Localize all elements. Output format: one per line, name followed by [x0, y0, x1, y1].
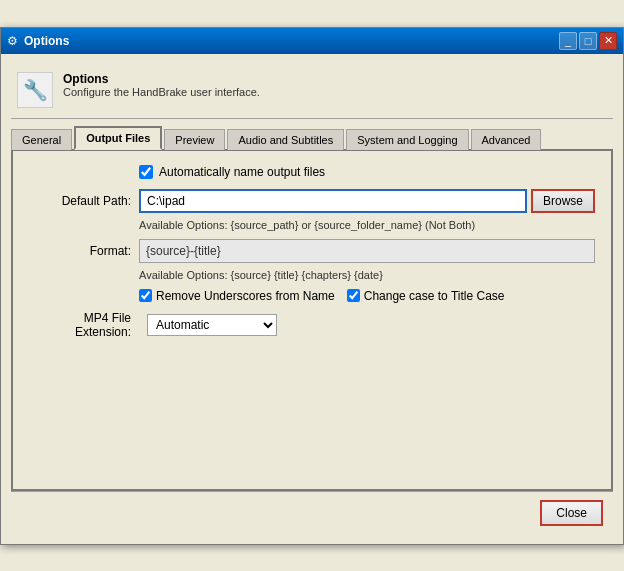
header-icon: 🔧 — [17, 72, 53, 108]
path-hint: Available Options: {source_path} or {sou… — [139, 219, 595, 231]
tab-preview[interactable]: Preview — [164, 129, 225, 150]
title-bar: ⚙ Options _ □ ✕ — [1, 28, 623, 54]
options-icon: 🔧 — [23, 78, 48, 102]
format-input[interactable] — [139, 239, 595, 263]
auto-name-label: Automatically name output files — [159, 165, 325, 179]
options-window: ⚙ Options _ □ ✕ 🔧 Options Configure the … — [0, 27, 624, 545]
tabs-row: General Output Files Preview Audio and S… — [11, 125, 613, 151]
default-path-label: Default Path: — [29, 194, 139, 208]
format-row: Format: — [29, 239, 595, 263]
title-bar-left: ⚙ Options — [7, 34, 69, 48]
tab-audio-subtitles[interactable]: Audio and Subtitles — [227, 129, 344, 150]
header-subtitle: Configure the HandBrake user interface. — [63, 86, 260, 98]
minimize-button[interactable]: _ — [559, 32, 577, 50]
window-body: 🔧 Options Configure the HandBrake user i… — [1, 54, 623, 544]
format-label: Format: — [29, 244, 139, 258]
title-case-checkbox[interactable] — [347, 289, 360, 302]
mp4-ext-row: MP4 File Extension: Automatic .mp4 .m4v — [29, 311, 595, 339]
format-hint: Available Options: {source} {title} {cha… — [139, 269, 595, 281]
default-path-row: Default Path: Browse — [29, 189, 595, 213]
remove-underscores-item: Remove Underscores from Name — [139, 289, 335, 303]
browse-button[interactable]: Browse — [531, 189, 595, 213]
tab-system-logging[interactable]: System and Logging — [346, 129, 468, 150]
title-bar-controls: _ □ ✕ — [559, 32, 617, 50]
title-case-item: Change case to Title Case — [347, 289, 505, 303]
mp4-ext-label: MP4 File Extension: — [29, 311, 139, 339]
bottom-bar: Close — [11, 491, 613, 534]
window-close-button[interactable]: ✕ — [599, 32, 617, 50]
tab-content: Automatically name output files Default … — [11, 151, 613, 491]
window-title: Options — [24, 34, 69, 48]
header-section: 🔧 Options Configure the HandBrake user i… — [11, 64, 613, 119]
auto-name-row: Automatically name output files — [139, 165, 595, 179]
mp4-ext-dropdown[interactable]: Automatic .mp4 .m4v — [147, 314, 277, 336]
title-case-label: Change case to Title Case — [364, 289, 505, 303]
header-title: Options — [63, 72, 260, 86]
header-text: Options Configure the HandBrake user int… — [63, 72, 260, 98]
tab-advanced[interactable]: Advanced — [471, 129, 542, 150]
maximize-button[interactable]: □ — [579, 32, 597, 50]
remove-underscores-label: Remove Underscores from Name — [156, 289, 335, 303]
close-button[interactable]: Close — [540, 500, 603, 526]
default-path-input[interactable] — [139, 189, 527, 213]
tab-output-files[interactable]: Output Files — [74, 126, 162, 150]
remove-underscores-checkbox[interactable] — [139, 289, 152, 302]
window-icon: ⚙ — [7, 34, 18, 48]
options-checkboxes-row: Remove Underscores from Name Change case… — [139, 289, 595, 303]
auto-name-checkbox[interactable] — [139, 165, 153, 179]
tab-general[interactable]: General — [11, 129, 72, 150]
